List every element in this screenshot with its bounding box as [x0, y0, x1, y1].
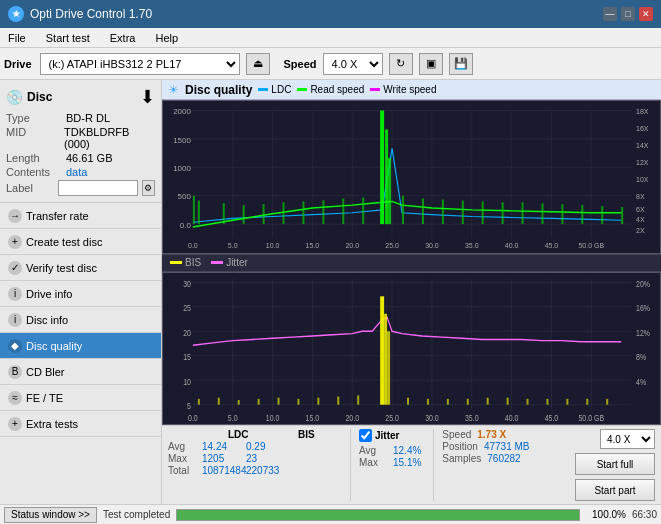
chart-header-icon: ☀: [168, 83, 179, 97]
svg-text:0.0: 0.0: [188, 242, 198, 249]
svg-text:50.0 GB: 50.0 GB: [578, 242, 604, 249]
sidebar-item-cd-bler[interactable]: B CD Bler: [0, 359, 161, 385]
svg-rect-115: [337, 396, 339, 404]
menu-help[interactable]: Help: [151, 32, 182, 44]
app-title: Opti Drive Control 1.70: [30, 7, 152, 21]
stats-speed-dropdown[interactable]: 4.0 X: [600, 429, 655, 449]
sidebar-item-label: Transfer rate: [26, 210, 89, 222]
sidebar-item-label: FE / TE: [26, 392, 63, 404]
svg-rect-64: [601, 206, 603, 224]
sidebar-item-create-test-disc[interactable]: + Create test disc: [0, 229, 161, 255]
svg-text:1500: 1500: [173, 136, 191, 145]
speed-select[interactable]: 4.0 X: [323, 53, 383, 75]
sidebar-item-verify-test-disc[interactable]: ✓ Verify test disc: [0, 255, 161, 281]
close-button[interactable]: ✕: [639, 7, 653, 21]
chart-title: Disc quality: [185, 83, 252, 97]
svg-rect-106: [384, 313, 387, 404]
stats-section: LDC BIS Avg 14.24 0.29 Max 1205 23 Tot: [162, 425, 661, 504]
charts-wrapper: 2000 1500 1000 500 0.0 18X 16X 14X 12X 1…: [162, 100, 661, 504]
svg-rect-43: [223, 203, 225, 224]
sidebar-item-drive-info[interactable]: i Drive info: [0, 281, 161, 307]
svg-rect-109: [218, 397, 220, 404]
svg-text:25.0: 25.0: [385, 242, 399, 249]
svg-text:45.0: 45.0: [545, 413, 559, 423]
svg-text:12%: 12%: [636, 328, 650, 338]
bis-color: [170, 261, 182, 264]
sidebar-item-transfer-rate[interactable]: → Transfer rate: [0, 203, 161, 229]
svg-text:500: 500: [178, 193, 192, 202]
ldc-header: LDC: [228, 429, 268, 440]
progress-bar-container: [176, 509, 580, 521]
menu-start-test[interactable]: Start test: [42, 32, 94, 44]
avg-ldc: 14.24: [202, 441, 242, 452]
eject-button[interactable]: ⏏: [246, 53, 270, 75]
avg-label: Avg: [168, 441, 198, 452]
transfer-rate-icon: →: [8, 209, 22, 223]
jitter-stats: Jitter Avg 12.4% Max 15.1%: [350, 429, 421, 501]
speed-stat-label: Speed: [442, 429, 471, 440]
sidebar-item-disc-info[interactable]: i Disc info: [0, 307, 161, 333]
svg-rect-117: [407, 397, 409, 404]
svg-rect-52: [385, 129, 388, 224]
svg-text:6X: 6X: [636, 206, 645, 213]
maximize-button[interactable]: □: [621, 7, 635, 21]
svg-text:30.0: 30.0: [425, 413, 439, 423]
write-speed-color: [370, 88, 380, 91]
svg-text:4%: 4%: [636, 377, 646, 387]
max-bis: 23: [246, 453, 286, 464]
drive-label: Drive: [4, 58, 32, 70]
sidebar-item-disc-quality[interactable]: ◆ Disc quality: [0, 333, 161, 359]
svg-text:25.0: 25.0: [385, 413, 399, 423]
svg-text:16%: 16%: [636, 303, 650, 313]
svg-text:1000: 1000: [173, 164, 191, 173]
label-edit-button[interactable]: ⚙: [142, 180, 155, 196]
speed-position-stats: Speed 1.73 X Position 47731 MB Samples 7…: [433, 429, 529, 501]
sidebar-item-label: Disc info: [26, 314, 68, 326]
svg-rect-0: [163, 101, 660, 253]
svg-rect-127: [606, 398, 608, 404]
save-button[interactable]: 💾: [449, 53, 473, 75]
svg-rect-125: [566, 398, 568, 404]
menu-bar: File Start test Extra Help: [0, 28, 661, 48]
svg-text:25: 25: [183, 303, 191, 313]
minimize-button[interactable]: —: [603, 7, 617, 21]
app-icon: ★: [8, 6, 24, 22]
svg-rect-61: [541, 203, 543, 224]
svg-text:50.0 GB: 50.0 GB: [578, 413, 604, 423]
jitter-checkbox[interactable]: [359, 429, 372, 442]
sidebar-item-extra-tests[interactable]: + Extra tests: [0, 411, 161, 437]
menu-file[interactable]: File: [4, 32, 30, 44]
status-window-button[interactable]: Status window >>: [4, 507, 97, 523]
sidebar-item-label: CD Bler: [26, 366, 65, 378]
sidebar-item-label: Drive info: [26, 288, 72, 300]
read-speed-color: [297, 88, 307, 91]
create-test-disc-icon: +: [8, 235, 22, 249]
menu-extra[interactable]: Extra: [106, 32, 140, 44]
drive-info-icon: i: [8, 287, 22, 301]
legend-ldc: LDC: [258, 84, 291, 95]
start-full-button[interactable]: Start full: [575, 453, 655, 475]
disc-load-icon[interactable]: ⬇: [140, 86, 155, 108]
ldc-bis-stats: LDC BIS Avg 14.24 0.29 Max 1205 23 Tot: [168, 429, 338, 501]
label-input[interactable]: [58, 180, 138, 196]
total-row: Total 10871484 220733: [168, 465, 338, 476]
svg-text:2000: 2000: [173, 107, 191, 116]
sidebar-item-fe-te[interactable]: ≈ FE / TE: [0, 385, 161, 411]
bis-header: BIS: [298, 429, 338, 440]
drive-select[interactable]: (k:) ATAPI iHBS312 2 PL17: [40, 53, 240, 75]
position-val: 47731 MB: [484, 441, 530, 452]
svg-rect-42: [198, 200, 200, 224]
scan-button[interactable]: ▣: [419, 53, 443, 75]
jitter-legend-label: Jitter: [226, 257, 248, 268]
disc-mid-value: TDKBLDRFB (000): [64, 126, 155, 150]
refresh-button[interactable]: ↻: [389, 53, 413, 75]
sidebar: 💿 Disc ⬇ Type BD-R DL MID TDKBLDRFB (000…: [0, 80, 162, 504]
jitter-avg-val: 12.4%: [393, 445, 421, 456]
start-part-button[interactable]: Start part: [575, 479, 655, 501]
label-label: Label: [6, 182, 54, 194]
disc-quality-icon: ◆: [8, 339, 22, 353]
svg-rect-116: [357, 395, 359, 404]
jitter-max-val: 15.1%: [393, 457, 421, 468]
svg-rect-59: [502, 202, 504, 224]
disc-icon: 💿: [6, 89, 23, 105]
